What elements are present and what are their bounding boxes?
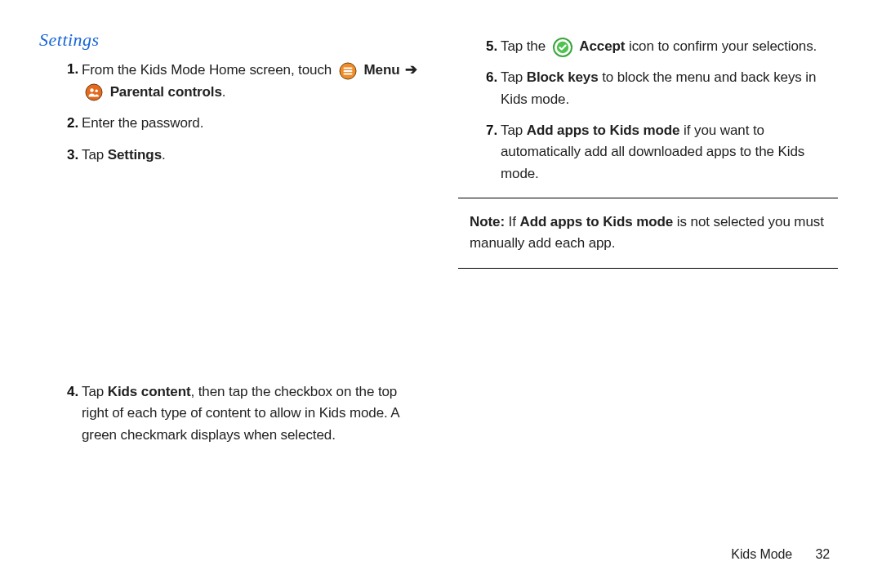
step-1-menu-label: Menu — [363, 62, 399, 78]
left-column: Settings From the Kids Mode Home screen,… — [39, 29, 419, 456]
step-6-a: Tap — [501, 69, 527, 85]
step-4-b: Kids content — [108, 384, 191, 399]
step-1: From the Kids Mode Home screen, touch Me… — [64, 59, 419, 103]
note-b: Add apps to Kids mode — [519, 214, 673, 229]
svg-point-4 — [86, 84, 102, 100]
divider-top — [458, 198, 838, 198]
step-7: Tap Add apps to Kids mode if you want to… — [483, 120, 838, 185]
steps-list-left: From the Kids Mode Home screen, touch Me… — [39, 59, 419, 446]
svg-rect-3 — [343, 73, 352, 74]
note: Note: If Add apps to Kids mode is not se… — [458, 212, 838, 255]
step-3-period: . — [162, 147, 166, 163]
note-label: Note: — [470, 214, 505, 229]
svg-point-5 — [90, 89, 93, 92]
step-3-settings: Settings — [108, 147, 162, 163]
step-1-period: . — [222, 84, 226, 100]
two-column-layout: Settings From the Kids Mode Home screen,… — [39, 29, 838, 456]
divider-bottom — [458, 268, 838, 269]
step-5-b: Accept — [579, 38, 625, 54]
accept-icon — [553, 38, 572, 57]
step-2: Enter the password. — [64, 113, 419, 134]
svg-point-6 — [96, 90, 98, 92]
steps-list-right: Tap the Accept icon to confirm your sele… — [458, 36, 838, 185]
page-footer: Kids Mode 32 — [731, 547, 830, 562]
arrow-icon: ➔ — [403, 61, 417, 78]
footer-section: Kids Mode — [731, 547, 792, 561]
step-5-a: Tap the — [501, 38, 546, 54]
step-6: Tap Block keys to block the menu and bac… — [483, 67, 838, 110]
step-5: Tap the Accept icon to confirm your sele… — [483, 36, 838, 57]
step-7-a: Tap — [501, 122, 527, 138]
step-6-b: Block keys — [527, 69, 599, 85]
step-3: Tap Settings. — [64, 145, 419, 166]
parental-controls-icon — [85, 83, 103, 101]
step-4-a: Tap — [82, 384, 108, 399]
step-3-tap: Tap — [82, 147, 108, 163]
menu-icon — [339, 62, 357, 80]
step-5-c: icon to confirm your selections. — [625, 38, 817, 54]
svg-rect-1 — [343, 67, 352, 69]
page: Settings From the Kids Mode Home screen,… — [0, 0, 882, 588]
step-4: Tap Kids content, then tap the checkbox … — [64, 381, 419, 446]
svg-rect-2 — [343, 70, 352, 72]
section-heading: Settings — [39, 29, 419, 51]
right-column: Tap the Accept icon to confirm your sele… — [458, 29, 838, 456]
step-7-b: Add apps to Kids mode — [527, 122, 680, 138]
step-1-text-a: From the Kids Mode Home screen, touch — [82, 62, 332, 78]
note-a: If — [505, 214, 520, 229]
footer-page-number: 32 — [795, 547, 830, 561]
step-1-parental-label: Parental controls — [110, 84, 222, 100]
step-2-text: Enter the password. — [82, 115, 203, 131]
